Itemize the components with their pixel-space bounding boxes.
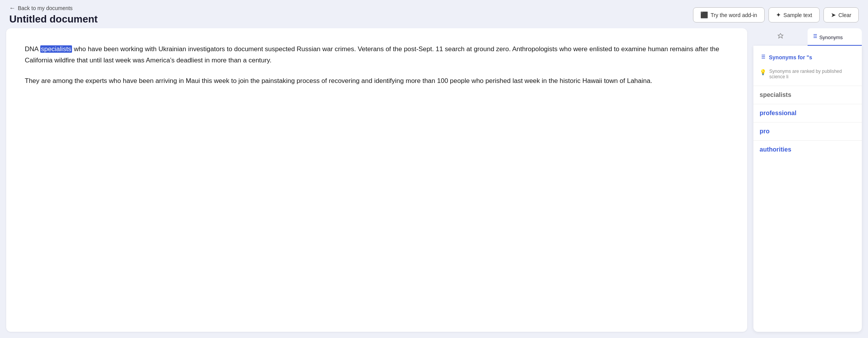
- para1-before: DNA: [25, 45, 40, 53]
- top-bar: ← Back to my documents Untitled document…: [0, 0, 868, 28]
- toolbar-buttons: ⬛ Try the word add-in ✦ Sample text ➤ Cl…: [693, 7, 859, 22]
- tab-synonyms[interactable]: Synonyms Synonyms: [808, 28, 862, 46]
- sample-text-label: Sample text: [784, 12, 812, 18]
- synonyms-note-text: Synonyms are ranked by published science…: [769, 69, 856, 79]
- bulb-icon: 💡: [760, 69, 766, 75]
- tab-synonyms-label: Synonyms: [819, 34, 843, 40]
- synonyms-panel: Synonyms for "s 💡 Synonyms are ranked by…: [753, 46, 862, 332]
- para1-after: who have been working with Ukrainian inv…: [25, 45, 719, 64]
- clear-button[interactable]: ➤ Clear: [823, 7, 859, 22]
- back-arrow-icon: ←: [9, 5, 15, 12]
- star-icon: ✦: [776, 11, 781, 19]
- synonyms-note: 💡 Synonyms are ranked by published scien…: [753, 66, 862, 83]
- synonyms-header-icon: [760, 53, 766, 61]
- doc-text: DNA specialists who have been working wi…: [25, 44, 729, 87]
- highlighted-word: specialists: [40, 45, 72, 53]
- synonyms-icon: [811, 34, 819, 40]
- paragraph-1: DNA specialists who have been working wi…: [25, 44, 729, 66]
- paragraph-2: They are among the experts who have been…: [25, 76, 729, 87]
- synonym-word-pro: pro: [760, 128, 770, 135]
- doc-title: Untitled document: [9, 13, 98, 25]
- synonym-item-authorities[interactable]: authorities: [753, 140, 862, 159]
- word-addin-button[interactable]: ⬛ Try the word add-in: [693, 7, 765, 22]
- pin-icon: [777, 33, 784, 40]
- main-area: DNA specialists who have been working wi…: [0, 28, 868, 338]
- synonym-item-professional[interactable]: professional: [753, 104, 862, 122]
- synonyms-header: Synonyms for "s: [753, 52, 862, 66]
- sample-text-button[interactable]: ✦ Sample text: [769, 7, 820, 22]
- clear-icon: ➤: [831, 11, 836, 19]
- word-icon: ⬛: [700, 11, 708, 19]
- sidebar-tabs: Synonyms Synonyms: [753, 28, 862, 46]
- sidebar: Synonyms Synonyms Synonyms for "s 💡 Syno…: [753, 28, 862, 332]
- synonym-item-specialists[interactable]: specialists: [753, 86, 862, 104]
- tab-pin[interactable]: [753, 28, 808, 46]
- clear-label: Clear: [839, 12, 851, 18]
- synonym-word-professional: professional: [760, 110, 796, 116]
- synonyms-header-text: Synonyms for "s: [769, 54, 812, 60]
- synonym-word-authorities: authorities: [760, 146, 791, 153]
- document-panel: DNA specialists who have been working wi…: [6, 28, 747, 332]
- back-label: Back to my documents: [18, 5, 73, 11]
- synonym-item-pro[interactable]: pro: [753, 122, 862, 140]
- title-area: ← Back to my documents Untitled document: [9, 5, 98, 25]
- synonym-word-specialists: specialists: [760, 91, 791, 98]
- back-link[interactable]: ← Back to my documents: [9, 5, 98, 12]
- word-addin-label: Try the word add-in: [711, 12, 757, 18]
